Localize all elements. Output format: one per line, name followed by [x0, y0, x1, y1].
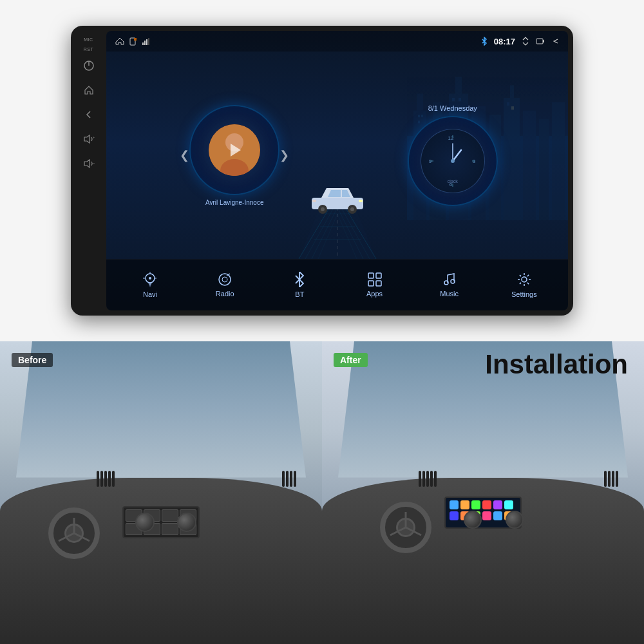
settings-label: Settings — [511, 290, 537, 298]
svg-rect-23 — [523, 111, 536, 220]
svg-line-87 — [406, 527, 421, 535]
svg-line-67 — [453, 150, 461, 161]
vent-1 — [97, 471, 99, 487]
svg-rect-5 — [134, 38, 137, 41]
svg-rect-8 — [146, 39, 147, 45]
svg-rect-10 — [536, 39, 543, 44]
before-label: Before — [12, 353, 53, 367]
vent-r3 — [290, 471, 292, 487]
vent-3 — [104, 471, 107, 487]
svg-rect-11 — [543, 40, 544, 43]
music-nav-arrows: ❮ ❯ — [180, 148, 289, 162]
svg-rect-88 — [450, 500, 459, 509]
nav-item-bt[interactable]: BT — [274, 272, 325, 298]
after-vent-r2 — [608, 471, 611, 487]
before-steering-wheel — [48, 507, 100, 559]
svg-rect-77 — [368, 281, 374, 286]
after-vent-5 — [434, 471, 437, 487]
svg-text:+: + — [93, 135, 95, 139]
svg-text:12: 12 — [448, 135, 453, 141]
back-button[interactable] — [80, 106, 98, 124]
bt-icon — [294, 272, 305, 287]
svg-rect-18 — [455, 77, 462, 95]
navi-icon — [143, 272, 157, 287]
svg-rect-30 — [459, 98, 461, 101]
old-btn-3 — [162, 509, 178, 522]
svg-rect-24 — [539, 119, 549, 220]
apps-icon — [368, 272, 382, 287]
vent-5 — [112, 471, 115, 487]
svg-line-83 — [59, 533, 74, 541]
svg-rect-6 — [142, 43, 144, 45]
before-vent-left — [97, 471, 115, 487]
after-vent-r1 — [604, 471, 607, 487]
signal-arrows-icon — [522, 37, 529, 46]
clock-date: 8/1 Wednesday — [428, 104, 477, 112]
car-head-unit: MIC RST — [71, 26, 573, 316]
svg-rect-54 — [312, 200, 316, 202]
volume-down-button[interactable]: − — [80, 155, 98, 173]
svg-rect-90 — [471, 500, 480, 509]
after-vent-left — [419, 471, 437, 487]
vent-r2 — [286, 471, 289, 487]
svg-rect-53 — [359, 200, 363, 202]
radio-icon — [217, 272, 232, 287]
after-vent-3 — [426, 471, 429, 487]
music-title: Avril Lavigne-Innoce — [205, 199, 263, 206]
nav-item-apps[interactable]: Apps — [349, 272, 401, 298]
nav-item-navi[interactable]: Navi — [124, 272, 176, 298]
svg-point-71 — [149, 277, 151, 279]
after-vent-r4 — [616, 471, 618, 487]
volume-up-button[interactable]: + — [80, 130, 98, 148]
mic-label: MIC — [84, 37, 93, 42]
svg-point-50 — [321, 207, 325, 211]
svg-rect-22 — [510, 85, 514, 98]
clock-circle: 12 3 6 9 — [408, 116, 498, 206]
radio-label: Radio — [216, 290, 234, 298]
svg-point-81 — [522, 277, 527, 282]
svg-line-86 — [390, 527, 406, 535]
screen-display: 08:17 — [106, 31, 568, 310]
svg-rect-7 — [144, 41, 146, 45]
battery-status-icon — [536, 38, 545, 44]
svg-rect-75 — [368, 273, 374, 278]
status-left-icons — [115, 37, 150, 46]
installation-title: Installation — [485, 349, 628, 379]
bottom-navigation: Navi Radio BT — [106, 259, 568, 310]
music-label: Music — [440, 290, 459, 298]
svg-point-73 — [222, 277, 227, 282]
after-vent-1 — [419, 471, 421, 487]
before-vent-right — [282, 471, 296, 487]
vent-2 — [100, 471, 103, 487]
after-steering-wheel — [380, 502, 431, 553]
before-interior — [0, 341, 322, 644]
status-time: 08:17 — [494, 37, 515, 46]
nav-item-settings[interactable]: Settings — [498, 272, 550, 298]
svg-rect-93 — [504, 500, 513, 509]
file-status-icon — [129, 37, 137, 46]
rst-label: RST — [84, 47, 94, 52]
clock-label: clock — [448, 179, 458, 184]
svg-rect-78 — [376, 281, 381, 286]
bluetooth-status-icon — [481, 37, 488, 46]
nav-item-music[interactable]: Music — [424, 272, 475, 298]
back-status-icon — [551, 37, 559, 45]
next-arrow[interactable]: ❯ — [279, 148, 289, 162]
after-label: After — [334, 353, 368, 367]
nav-item-radio[interactable]: Radio — [199, 272, 251, 298]
home-status-icon — [115, 37, 124, 45]
power-button[interactable] — [80, 57, 98, 75]
vent-r1 — [282, 471, 285, 487]
clock-face: 12 3 6 9 — [421, 129, 485, 193]
home-button[interactable] — [80, 81, 98, 99]
screen-main-content: ❮ ❯ Avril Lavigne-Innoce 8/1 Wednesday 1… — [106, 52, 568, 259]
status-bar: 08:17 — [106, 31, 568, 52]
svg-rect-9 — [148, 38, 149, 45]
svg-rect-98 — [493, 511, 502, 520]
svg-rect-25 — [552, 102, 565, 220]
svg-line-84 — [74, 533, 90, 541]
svg-rect-97 — [482, 511, 491, 520]
svg-text:−: − — [92, 161, 95, 166]
side-controls: MIC RST — [71, 26, 106, 316]
prev-arrow[interactable]: ❮ — [180, 148, 189, 162]
